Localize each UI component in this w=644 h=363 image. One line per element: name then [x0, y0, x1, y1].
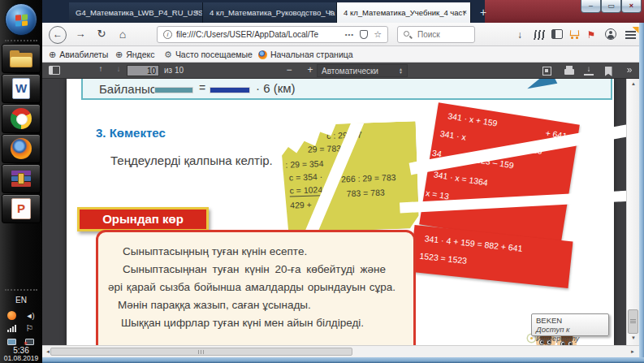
spinner-icon: ▲▼ — [399, 67, 403, 74]
window-border-bottom — [42, 357, 644, 363]
tab-close-icon[interactable]: × — [195, 2, 199, 23]
pdf-zoom-in-icon[interactable]: + — [304, 64, 317, 77]
globe-icon: ⊕ — [115, 50, 123, 59]
menu-hamburger-icon[interactable] — [622, 28, 638, 42]
tab-bar: G4_Математика_LWB_P4_RU_USS.p × 4 кл_Мат… — [42, 0, 644, 23]
pdf-previous-page-icon[interactable]: ↑ — [94, 64, 107, 77]
bookmark-home-page[interactable]: Начальная страница — [258, 48, 353, 61]
pdf-presentation-mode-icon[interactable] — [539, 64, 554, 77]
back-button[interactable]: ← — [49, 26, 67, 44]
reload-button[interactable]: ↻ — [93, 26, 110, 44]
pencil-icon — [525, 79, 558, 97]
firefox-icon — [258, 50, 267, 59]
page-actions-icon[interactable]: ••• — [345, 31, 354, 38]
avast-icon[interactable] — [6, 310, 17, 321]
vertical-scrollbar[interactable]: ▲ ▼ — [626, 79, 639, 345]
pdf-page-total: из 10 — [164, 64, 197, 77]
task-line: Сыныптасыңнан туған күнін 20-ға көбейтуд… — [108, 261, 404, 279]
search-icon — [403, 30, 413, 40]
pdf-download-icon[interactable]: ↓ — [581, 64, 596, 77]
tab-close-icon[interactable]: × — [463, 2, 467, 23]
shopping-cart-icon[interactable] — [567, 28, 583, 42]
pdf-zoom-select[interactable]: Автоматически ▲▼ — [317, 64, 408, 77]
pdf-zoom-out-icon[interactable]: − — [283, 64, 296, 77]
bookmark-frequent[interactable]: ⚙ Часто посещаемые — [164, 48, 253, 61]
tab-close-icon[interactable]: × — [329, 2, 333, 23]
search-input[interactable] — [416, 29, 468, 40]
task-box: Сыныптасыңның туған күнін есепте. Сыныпт… — [96, 230, 416, 357]
tab-2[interactable]: 4 кл_Математика_Руководство_Ча × — [203, 2, 337, 23]
volume-icon[interactable]: ◄) — [24, 310, 35, 321]
address-bar[interactable]: i file:///C:/Users/USER/AppData/Local/Te… — [157, 26, 388, 43]
taskbar-item-firefox[interactable] — [2, 134, 41, 163]
navigation-bar: ← → ↻ ⌂ i file:///C:/Users/USER/AppData/… — [42, 23, 644, 46]
pdf-next-page-icon[interactable]: ↓ — [112, 64, 125, 77]
scroll-down-icon[interactable]: ▼ — [627, 335, 639, 340]
start-button[interactable] — [5, 3, 37, 36]
pdf-zoom-value: Автоматически — [322, 67, 378, 76]
close-button[interactable]: × — [621, 0, 642, 13]
forward-button[interactable]: → — [71, 26, 89, 44]
browser-window: G4_Математика_LWB_P4_RU_USS.p × 4 кл_Мат… — [42, 0, 644, 363]
bookmark-label: Авиабилеты — [59, 50, 108, 59]
pdf-page-input[interactable] — [127, 65, 159, 76]
taskbar-item-winrar[interactable] — [2, 164, 41, 193]
taskbar-item-explorer[interactable] — [2, 44, 41, 73]
winrar-icon — [11, 169, 31, 188]
task-line: Мәнін параққа жазып, саған ұсынады. — [108, 296, 404, 314]
language-indicator[interactable]: EN — [0, 296, 42, 305]
bookmark-aviabilety[interactable]: ⊕ Авиабилеты — [49, 48, 108, 61]
account-icon[interactable] — [603, 28, 619, 42]
home-button[interactable]: ⌂ — [114, 26, 132, 44]
library-icon[interactable] — [531, 28, 547, 42]
bookmark-star-icon[interactable]: ☆ — [374, 29, 382, 40]
tab-3-active[interactable]: 4 кл_Математика_Учебник_4 част × — [337, 2, 471, 23]
network-signal-icon[interactable] — [6, 323, 17, 334]
downloads-icon[interactable]: ↓ — [512, 28, 528, 42]
bookmarks-bar: ⊕ Авиабилеты ⊕ Яндекс ⚙ Часто посещаемые… — [42, 46, 644, 63]
word-icon: W — [12, 78, 30, 99]
url-text: file:///C:/Users/USER/AppData/Local/Te — [176, 30, 339, 39]
scroll-right-icon[interactable]: ► — [627, 347, 638, 357]
bookmark-yandex[interactable]: ⊕ Яндекс — [115, 48, 155, 61]
site-info-icon[interactable]: i — [163, 30, 172, 39]
sidebar-toggle-icon[interactable] — [549, 28, 565, 42]
try-it-badge: Орындап көр — [77, 207, 209, 231]
instruction-text: Теңдеулерді қалпына келтір. — [110, 153, 273, 167]
bookmark-label: Часто посещаемые — [175, 50, 253, 59]
new-tab-button[interactable]: + — [475, 4, 491, 21]
relation-multiplier: · 6 (км) — [256, 81, 296, 95]
desktop: W P EN ◄) ⚐ × 5:36 01.08.2019 — [0, 0, 644, 363]
horizontal-scrollbar[interactable]: ◄ ► — [42, 345, 639, 357]
taskbar-item-word[interactable]: W — [2, 74, 41, 103]
navy-bar — [210, 87, 250, 93]
powerpoint-icon: P — [11, 198, 31, 219]
pdf-print-icon[interactable] — [562, 64, 577, 77]
flag-extension-icon[interactable]: ⚑ — [583, 28, 599, 42]
search-bar[interactable] — [397, 26, 475, 43]
minimize-button[interactable]: – — [581, 0, 601, 13]
tooltip-title: BEKEN — [536, 316, 604, 325]
teal-bar — [154, 87, 193, 93]
pdf-sidebar-toggle-icon[interactable] — [49, 64, 63, 77]
taskbar-separator — [5, 289, 37, 291]
folder-icon — [10, 50, 32, 67]
tab-label: 4 кл_Математика_Учебник_4 част — [344, 8, 466, 17]
horizontal-scrollbar-thumb[interactable] — [50, 348, 352, 356]
action-center-flag-icon[interactable]: ⚐ — [24, 323, 35, 334]
pdf-bookmark-icon[interactable] — [601, 64, 616, 77]
vertical-scrollbar-thumb[interactable] — [628, 309, 638, 334]
maximize-button[interactable]: ▭ — [601, 0, 621, 13]
date[interactable]: 01.08.2019 — [0, 354, 42, 362]
relation-equals: = — [199, 81, 205, 94]
gear-icon: ⚙ — [164, 50, 172, 59]
tooltip-subtitle: Доступ к Интернету — [536, 325, 604, 343]
pdf-more-tools-icon[interactable]: » — [622, 64, 637, 77]
taskbar-item-chrome[interactable] — [2, 104, 41, 133]
task-line: әрі қарай сызба бойынша амалдарды орында… — [108, 279, 404, 296]
taskbar-item-powerpoint[interactable]: P — [2, 194, 41, 223]
tab-1[interactable]: G4_Математика_LWB_P4_RU_USS.p × — [69, 2, 203, 23]
pocket-icon[interactable] — [360, 30, 368, 39]
task-line: Шыққан цифрлар туған күні мен айын білді… — [108, 314, 404, 332]
scroll-up-icon[interactable]: ▲ — [627, 81, 639, 86]
